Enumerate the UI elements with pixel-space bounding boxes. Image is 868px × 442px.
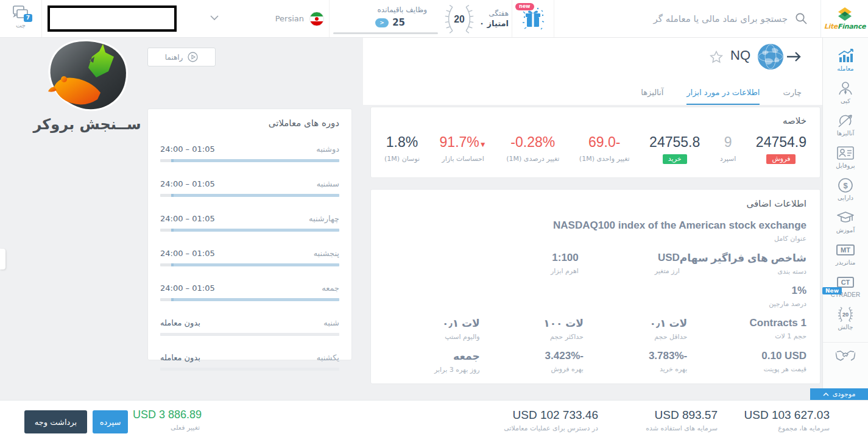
sidebar-label-copy: کپی <box>823 98 868 104</box>
sidebar-item-ctrader[interactable]: New CT CTRADER <box>823 274 868 306</box>
sidebar-label-assets: دارایی <box>823 194 868 201</box>
sidebar-item-education[interactable]: آموزش <box>823 209 868 241</box>
session-row: جمعه24:00 – 01:05 <box>160 283 339 302</box>
tab-analytics[interactable]: آنالیزها <box>641 88 663 105</box>
session-time: 24:00 – 01:05 <box>160 249 215 258</box>
tasks-progress-bar <box>333 32 438 34</box>
bull-bear-shield-icon <box>41 39 133 113</box>
instrument-symbol: NQ <box>730 48 750 63</box>
session-day: دوشنبه <box>316 144 339 154</box>
metric-used-funds: USD 893.57 سرمایه های استفاده شده <box>617 408 718 432</box>
gift-new-badge: new <box>515 3 534 10</box>
language-selector[interactable]: Persian <box>256 0 324 37</box>
summary-card: خلاصه 24754.9 فروش 9 اسپرد 24755.8 خرید … <box>370 107 820 178</box>
challenge-award-icon: 20 <box>823 306 868 323</box>
full-title-label: عنوان کامل <box>384 235 806 243</box>
trading-sessions-card: دوره های معاملاتی دوشنبه24:00 – 01:05 سش… <box>147 109 352 360</box>
gift-promo-button[interactable]: new <box>512 0 554 37</box>
session-bar <box>160 194 339 197</box>
additional-info-card: اطلاعات اضافی NASDAQ100 index of the Ame… <box>370 189 820 384</box>
session-row: سشنبه24:00 – 01:05 <box>160 179 339 198</box>
account-bottom-bar: برداشت وجه سپرده USD 3 886.89 تغییر فعلی… <box>0 400 868 442</box>
analytics-icon <box>823 112 868 129</box>
chat-unread-badge: 7 <box>24 14 32 22</box>
session-bar <box>160 229 339 232</box>
id-card-icon <box>823 144 868 161</box>
session-status: بدون معامله <box>160 353 200 362</box>
back-arrow-icon[interactable] <box>786 51 802 62</box>
stat-sell: 24754.9 فروش <box>756 134 806 164</box>
session-row: دوشنبه24:00 – 01:05 <box>160 144 339 163</box>
info-cell-category: شاخص های فراگیر سهام دسته بندی <box>680 252 806 276</box>
sidebar-item-trade[interactable]: معامله <box>823 48 868 80</box>
metric-total-funds: USD 103 627.03 سرمایه ها، مجموع <box>729 408 830 432</box>
info-cell-volume-step: ۰٫۱ لات والیوم استپ <box>384 317 480 341</box>
broker-logo: ســنجش بروکر <box>29 39 145 133</box>
search-placeholder: جستجو برای نماد مالی یا معامله گر <box>654 13 788 24</box>
sidebar-item-metatrader[interactable]: MT متاتریدر <box>823 241 868 274</box>
sidebar-item-partnership[interactable] <box>823 342 868 374</box>
session-bar <box>160 298 339 301</box>
info-cell-triple-swap-day: جمعه روز بهره 3 برابر <box>384 350 480 374</box>
info-cell-contract-size: Contracts 1 حجم 1 لات <box>687 317 806 341</box>
full-title-block: NASDAQ100 index of the American stock ex… <box>384 219 806 243</box>
info-cell-currency: USD ارز متغیر <box>579 252 680 276</box>
brand-lite: Lite <box>824 23 838 30</box>
chat-button[interactable]: 7 چت <box>0 0 42 37</box>
tasks-label: وظایف باقیمانده <box>378 5 427 14</box>
sidebar-item-profile[interactable]: پروفایل <box>823 144 868 177</box>
tasks-chevron-pill[interactable]: < <box>375 18 389 27</box>
left-panel-handle[interactable] <box>0 249 5 269</box>
stat-unit-change: 69.0- تغییر واحدی (1M) <box>579 134 630 164</box>
weekly-points-widget[interactable]: هفتگی ۰ امتیاز 20 <box>440 0 509 37</box>
dollar-circle-icon: $ <box>823 177 868 193</box>
sidebar-item-assets[interactable]: $ دارایی <box>823 177 868 209</box>
session-day: سشنبه <box>317 179 339 188</box>
weekly-points-value: ۰ امتیاز <box>479 19 509 28</box>
broker-name: ســنجش بروکر <box>29 116 145 133</box>
sidebar-item-analytics[interactable]: آنالیزها <box>823 112 868 144</box>
session-time: 24:00 – 01:05 <box>160 144 215 154</box>
spread-label: اسپرد <box>720 155 736 163</box>
unit-change-value: 69.0- <box>579 134 630 151</box>
withdraw-button[interactable]: برداشت وجه <box>24 410 87 433</box>
remaining-tasks-widget[interactable]: وظایف باقیمانده 25 < <box>332 0 440 37</box>
buy-badge[interactable]: خرید <box>663 154 687 164</box>
sidebar-item-copy[interactable]: کپی <box>823 80 868 112</box>
session-day: شنبه <box>323 318 339 327</box>
sidebar-item-challenge[interactable]: 20 چالش <box>823 306 868 338</box>
spread-value: 9 <box>720 134 736 151</box>
tab-instrument-info[interactable]: اطلاعات در مورد ابزار <box>686 88 760 105</box>
current-change-value: USD 3 886.89 <box>133 408 200 421</box>
sell-badge[interactable]: فروش <box>766 154 796 164</box>
search-bar[interactable]: جستجو برای نماد مالی یا معامله گر <box>560 0 816 37</box>
chevron-down-icon[interactable] <box>210 15 219 21</box>
stat-buy: 24755.8 خرید <box>649 134 700 164</box>
deposit-button[interactable]: سپرده <box>93 410 128 433</box>
balance-toggle-bar[interactable]: موجودی <box>810 388 868 400</box>
session-row: پنجشنبه24:00 – 01:05 <box>160 249 339 268</box>
total-funds-value: USD 103 627.03 <box>729 408 830 422</box>
session-row: یکشنبهبدون معامله <box>160 353 339 372</box>
favorite-star-icon[interactable] <box>710 51 723 63</box>
percent-change-label: تغییر درصدی (1M) <box>506 155 559 163</box>
instrument-globe-icon <box>758 44 783 70</box>
balance-label: موجودی <box>833 390 856 398</box>
app-window: 7 چت Persian وظایف باقیمانده 25 < هفتگی … <box>0 0 868 442</box>
instrument-header: NQ چارت اطلاعات در مورد ابزار آنالیزها <box>363 38 822 105</box>
brand-finance: Finance <box>838 23 866 30</box>
info-cell-swap-sell: 3.423%- بهره فروش <box>480 350 584 374</box>
info-cell-point-price: 0.10 USD قیمت هر پوینت <box>687 350 806 374</box>
sidebar-label-education: آموزش <box>823 227 868 233</box>
litefinance-logo[interactable]: LiteFinance <box>820 0 868 37</box>
help-button-label: راهنما <box>165 53 183 62</box>
ctrader-new-badge: New <box>822 287 842 294</box>
sidebar-label-metatrader: متاتریدر <box>823 259 868 266</box>
tab-chart[interactable]: چارت <box>783 88 802 105</box>
help-button[interactable]: راهنما <box>147 48 216 66</box>
redacted-account-box <box>48 5 177 32</box>
full-title-value: NASDAQ100 index of the American stock ex… <box>384 219 806 232</box>
current-change-label: تغییر فعلی <box>133 424 200 432</box>
session-bar <box>160 333 339 336</box>
mt-icon: MT <box>836 244 855 255</box>
